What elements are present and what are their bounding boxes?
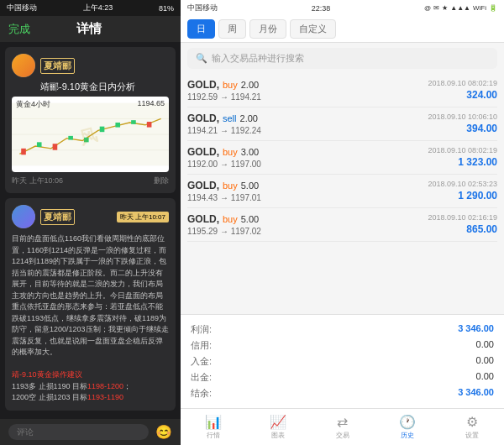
- trade-profit: 1 323.00: [428, 156, 497, 168]
- trade-item: GOLD, buy 5.00 1195.29 → 1197.02 2018.09…: [187, 208, 497, 242]
- delete-button-1[interactable]: 删除: [154, 175, 169, 186]
- svg-rect-7: [68, 136, 73, 140]
- carrier-right: 中国移动: [187, 3, 218, 13]
- deposit-value: 0.00: [476, 355, 494, 368]
- signal-icon: ▲▲▲: [450, 4, 470, 12]
- trade-volume: 5.00: [241, 181, 259, 191]
- post-title-1: 靖郦-9.10黄金日内分析: [40, 81, 169, 93]
- battery-icon: 🔋: [489, 4, 497, 12]
- trade-right: 2018.09.10 08:02:19 1 323.00: [428, 146, 497, 168]
- nav-item-market[interactable]: 📊 行情: [181, 412, 245, 442]
- market-icon: 📊: [205, 414, 222, 430]
- emoji-button[interactable]: 😊: [155, 424, 172, 440]
- trade-symbol: GOLD,: [187, 180, 219, 191]
- top-nav: 完成 详情: [0, 16, 181, 42]
- trade-item: GOLD, buy 3.00 1192.00 → 1197.00 2018.09…: [187, 141, 497, 175]
- trade-date: 2018.09.10 08:02:19: [428, 79, 497, 87]
- content-scroll[interactable]: 夏靖郦 靖郦-9.10黄金日内分析 黄金4小时 1194.65: [0, 42, 181, 419]
- trade-left: GOLD, sell 2.00 1194.21 → 1192.24: [187, 113, 428, 135]
- chart-price: 1194.65: [137, 99, 165, 107]
- trade-symbol-row: GOLD, sell 2.00: [187, 113, 428, 124]
- trade-symbol: GOLD,: [187, 213, 219, 225]
- status-icons-right: @ ✉ ★ ▲▲▲ WiFi 🔋: [424, 4, 497, 12]
- post-header-1: 夏靖郦: [12, 54, 169, 77]
- status-bar-left: 中国移动 上午4:23 81%: [0, 0, 181, 16]
- trade-action: buy: [223, 181, 238, 191]
- tab-custom[interactable]: 自定义: [290, 19, 336, 39]
- trade-profit: 865.00: [428, 223, 497, 235]
- nav-item-chart[interactable]: 📈 图表: [245, 412, 310, 442]
- trade-action: sell: [223, 113, 237, 123]
- trade-list[interactable]: GOLD, buy 2.00 1192.59 → 1194.21 2018.09…: [181, 74, 504, 314]
- settings-icon: ⚙: [466, 414, 478, 430]
- trade-symbol: GOLD,: [187, 79, 219, 91]
- avatar-img-2: [12, 205, 35, 228]
- comment-input[interactable]: [8, 424, 149, 440]
- mail-icon: ✉: [433, 4, 439, 12]
- username-1: 夏靖郦: [40, 58, 75, 74]
- withdraw-value: 0.00: [476, 371, 494, 384]
- trade-action: buy: [223, 214, 238, 224]
- credit-label: 信用:: [191, 339, 212, 352]
- comment-header-1: 夏靖郦 昨天 上午10:07: [12, 205, 169, 228]
- trade-left: GOLD, buy 2.00 1192.59 → 1194.21: [187, 79, 428, 102]
- svg-rect-11: [131, 120, 136, 124]
- trade-profit: 324.00: [428, 89, 497, 101]
- comment-user-info: 夏靖郦: [12, 205, 75, 228]
- trade-left: GOLD, buy 3.00 1192.00 → 1197.00: [187, 146, 428, 169]
- tab-week[interactable]: 周: [218, 19, 246, 39]
- post-meta-1: 昨天 上午10:06 删除: [12, 175, 169, 186]
- trade-left: GOLD, buy 5.00 1195.29 → 1197.02: [187, 213, 428, 236]
- nav-item-settings[interactable]: ⚙ 设置: [439, 412, 504, 442]
- trade-volume: 3.00: [241, 147, 259, 157]
- tab-bar-top: 日 周 月份 自定义: [181, 16, 504, 43]
- trade-volume: 2.00: [241, 80, 259, 90]
- trade-item: GOLD, buy 2.00 1192.59 → 1194.21 2018.09…: [187, 74, 497, 107]
- back-button[interactable]: 完成: [8, 22, 30, 37]
- avatar-1: [12, 54, 35, 77]
- battery-left: 81%: [159, 4, 174, 13]
- trade-volume: 2.00: [240, 113, 258, 123]
- tab-month[interactable]: 月份: [249, 19, 286, 39]
- trade-item: GOLD, sell 2.00 1194.21 → 1192.24 2018.0…: [187, 107, 497, 141]
- trade-price: 1195.29 → 1197.02: [187, 227, 428, 236]
- search-bar[interactable]: 🔍 输入交易品种进行搜索: [187, 48, 497, 69]
- avatar-2: [12, 205, 35, 228]
- trade-symbol-row: GOLD, buy 5.00: [187, 180, 428, 191]
- summary-withdraw-row: 出金: 0.00: [191, 369, 494, 385]
- profit-label: 利润:: [191, 323, 212, 336]
- trade-right: 2018.09.10 08:02:19 324.00: [428, 79, 497, 101]
- trade-symbol: GOLD,: [187, 146, 219, 158]
- credit-value: 0.00: [476, 339, 494, 352]
- time-right: 22:38: [312, 4, 331, 13]
- trade-label: 交易: [336, 431, 349, 440]
- comment-target2: 1193-1190: [87, 393, 123, 401]
- trade-price: 1194.21 → 1192.24: [187, 126, 428, 135]
- carrier-left: 中国移动: [7, 3, 37, 13]
- svg-rect-6: [53, 144, 58, 149]
- post-time-1: 昨天 上午10:06: [12, 175, 63, 186]
- chart-icon: 📈: [270, 414, 286, 430]
- username-2: 夏靖郦: [40, 209, 75, 225]
- nav-item-trade[interactable]: ⇄ 交易: [310, 412, 375, 442]
- tab-day[interactable]: 日: [187, 19, 215, 39]
- comment-time: 昨天 上午10:07: [117, 212, 169, 222]
- bottom-nav: 📊 行情 📈 图表 ⇄ 交易 🕐 历史 ⚙ 设置: [181, 408, 504, 445]
- chart-label-nav: 图表: [271, 431, 285, 440]
- svg-rect-5: [37, 142, 42, 147]
- balance-value: 3 346.00: [458, 387, 494, 400]
- svg-rect-4: [21, 149, 26, 154]
- trade-left: GOLD, buy 5.00 1194.43 → 1197.01: [187, 180, 428, 202]
- post-card-1: 夏靖郦 靖郦-9.10黄金日内分析 黄金4小时 1194.65: [5, 47, 176, 193]
- nav-item-history[interactable]: 🕐 历史: [375, 412, 439, 442]
- at-icon: @: [424, 4, 431, 12]
- withdraw-label: 出金:: [191, 371, 212, 384]
- svg-rect-12: [147, 122, 152, 128]
- star-icon: ★: [442, 4, 448, 12]
- search-icon: 🔍: [196, 53, 207, 64]
- trade-price: 1192.00 → 1197.00: [187, 160, 428, 169]
- balance-label: 结余:: [191, 387, 212, 400]
- left-panel: 中国移动 上午4:23 81% 完成 详情 夏靖郦 靖郦-9.10黄金日内分析 …: [0, 0, 181, 445]
- trade-profit: 1 290.00: [428, 190, 497, 202]
- profit-value: 3 346.00: [458, 323, 494, 336]
